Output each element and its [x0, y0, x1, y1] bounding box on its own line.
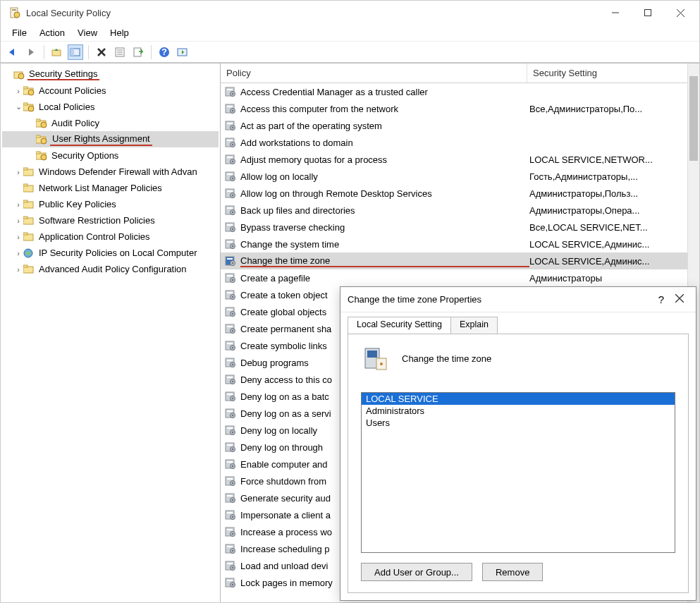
folder-icon [36, 118, 47, 128]
dialog-title: Change the time zone Properties [348, 294, 652, 305]
delete-button[interactable] [94, 44, 109, 60]
tree-item[interactable]: ›Public Key Policies [2, 196, 219, 212]
export-button[interactable] [130, 44, 146, 60]
folder-icon [23, 102, 35, 112]
svg-rect-111 [227, 343, 233, 344]
policy-icon [225, 560, 236, 571]
svg-point-21 [18, 73, 24, 79]
scrollbar-thumb[interactable] [689, 76, 698, 161]
svg-rect-95 [227, 275, 233, 276]
chevron-right-icon[interactable]: › [13, 217, 23, 225]
close-button[interactable] [664, 2, 696, 23]
policy-icon [225, 475, 236, 487]
tree-item[interactable]: Network List Manager Policies [2, 180, 219, 196]
tree-item[interactable]: ›Windows Defender Firewall with Advan [2, 164, 219, 180]
tree-item[interactable]: ›Application Control Policies [2, 229, 219, 245]
svg-rect-40 [23, 184, 27, 186]
members-listbox[interactable]: LOCAL SERVICEAdministratorsUsers [361, 392, 675, 553]
chevron-right-icon[interactable]: › [13, 87, 23, 95]
folder-icon [23, 200, 35, 209]
policy-row[interactable]: Bypass traverse checkingВсе,LOCAL SERVIC… [221, 219, 699, 236]
svg-point-113 [232, 347, 233, 348]
policy-row[interactable]: Access this computer from the networkВсе… [221, 100, 699, 117]
globe-icon [23, 248, 35, 258]
member-item[interactable]: LOCAL SERVICE [362, 393, 675, 405]
column-policy[interactable]: Policy [221, 65, 527, 81]
svg-rect-26 [23, 103, 27, 105]
chevron-right-icon[interactable]: › [13, 249, 23, 257]
member-item[interactable]: Users [362, 417, 675, 429]
policy-row[interactable]: Add workstations to domain [221, 134, 699, 151]
tree-item[interactable]: ›Account Policies [2, 83, 219, 99]
svg-point-57 [232, 110, 233, 111]
policy-icon [225, 120, 236, 131]
chevron-right-icon[interactable]: › [13, 200, 23, 209]
tree-item[interactable]: User Rights Assignment [2, 131, 219, 147]
svg-rect-42 [23, 200, 27, 202]
folder-icon [36, 135, 47, 145]
policy-row[interactable]: Change the time zoneLOCAL SERVICE,Админи… [221, 252, 699, 269]
tree-root-label: Security Settings [27, 68, 99, 80]
policy-row[interactable]: Change the system timeLOCAL SERVICE,Адми… [221, 236, 699, 252]
tree-item-label: Advanced Audit Policy Configuration [37, 264, 188, 274]
policy-row[interactable]: Access Credential Manager as a trusted c… [221, 83, 699, 100]
chevron-right-icon[interactable]: › [13, 168, 23, 176]
policy-row[interactable]: Act as part of the operating system [221, 117, 699, 134]
svg-rect-16 [134, 48, 141, 56]
properties-button[interactable] [112, 44, 128, 60]
tree-item[interactable]: Audit Policy [2, 115, 219, 131]
svg-point-165 [232, 567, 233, 568]
svg-rect-35 [36, 152, 40, 154]
dialog-help-button[interactable]: ? [652, 293, 670, 305]
policy-row[interactable]: Allow log on through Remote Desktop Serv… [221, 185, 699, 202]
folder-icon [23, 216, 35, 226]
back-button[interactable] [5, 44, 20, 60]
chevron-right-icon[interactable]: › [13, 265, 23, 274]
policy-name: Access Credential Manager as a trusted c… [240, 87, 529, 97]
svg-point-169 [232, 584, 233, 585]
policy-name: Act as part of the operating system [240, 121, 529, 131]
add-user-or-group-button[interactable]: Add User or Group... [361, 563, 472, 581]
policy-row[interactable]: Create a pagefileАдминистраторы [221, 269, 699, 286]
column-setting[interactable]: Security Setting [527, 65, 699, 81]
menu-help[interactable]: Help [104, 26, 135, 39]
svg-rect-51 [227, 89, 233, 90]
up-button[interactable] [49, 44, 65, 60]
tree-root[interactable]: Security Settings [2, 66, 219, 83]
tree-item[interactable]: Security Options [2, 147, 219, 164]
show-hide-tree-button[interactable] [68, 44, 83, 60]
svg-rect-107 [227, 326, 233, 327]
policy-row[interactable]: Adjust memory quotas for a processLOCAL … [221, 151, 699, 168]
toolbar: ? [1, 42, 699, 63]
policy-icon [225, 255, 236, 267]
tree-pane[interactable]: Security Settings ›Account Policies⌄Loca… [1, 63, 221, 602]
policy-name: Change the system time [240, 239, 529, 250]
member-item[interactable]: Administrators [362, 405, 675, 417]
refresh-button[interactable] [175, 44, 190, 60]
forward-button[interactable] [23, 44, 39, 60]
policy-row[interactable]: Back up files and directoriesАдминистрат… [221, 202, 699, 219]
policy-setting: LOCAL SERVICE,NETWOR... [529, 154, 699, 165]
menu-action[interactable]: Action [34, 26, 70, 39]
minimize-button[interactable] [599, 2, 632, 23]
chevron-down-icon[interactable]: ⌄ [13, 102, 23, 111]
shield-icon [13, 70, 25, 80]
policy-icon [225, 340, 236, 351]
tab-local-security-setting[interactable]: Local Security Setting [348, 317, 451, 334]
remove-button[interactable]: Remove [482, 563, 543, 581]
dialog-close-button[interactable] [670, 294, 689, 305]
tree-item[interactable]: ⌄Local Policies [2, 99, 219, 115]
tree-item[interactable]: ›IP Security Policies on Local Computer [2, 245, 219, 261]
policy-row[interactable]: Allow log on locallyГость,Администраторы… [221, 168, 699, 185]
policy-name: Allow log on through Remote Desktop Serv… [240, 188, 529, 199]
maximize-button[interactable] [632, 2, 664, 23]
tab-explain[interactable]: Explain [450, 317, 498, 334]
window-title: Local Security Policy [26, 8, 111, 18]
dialog-tabs: Local Security Setting Explain [348, 317, 689, 334]
tree-item[interactable]: ›Software Restriction Policies [2, 212, 219, 229]
help-button[interactable]: ? [156, 44, 172, 60]
tree-item[interactable]: ›Advanced Audit Policy Configuration [2, 261, 219, 277]
menu-file[interactable]: File [6, 26, 32, 39]
menu-view[interactable]: View [72, 26, 103, 39]
chevron-right-icon[interactable]: › [13, 233, 23, 241]
